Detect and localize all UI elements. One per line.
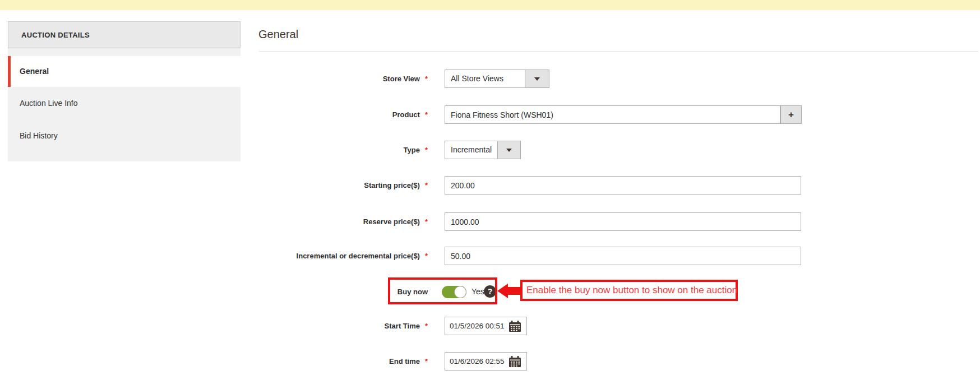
chevron-down-icon[interactable] bbox=[525, 70, 549, 87]
auction-edit-page: AUCTION DETAILS General Auction Live Inf… bbox=[0, 0, 980, 375]
reserve-price-input[interactable] bbox=[445, 212, 801, 231]
annotation-callout: Enable the buy now button to show on the… bbox=[520, 280, 738, 301]
start-time-row: Start Time* bbox=[0, 317, 980, 335]
store-view-label: Store View* bbox=[0, 70, 428, 88]
product-label: Product* bbox=[0, 105, 428, 124]
label-text: Product bbox=[392, 110, 420, 119]
calendar-icon[interactable] bbox=[509, 321, 521, 332]
sidebar-title: AUCTION DETAILS bbox=[8, 21, 241, 48]
buy-now-label: Buy now bbox=[0, 283, 428, 301]
notification-banner bbox=[0, 0, 980, 10]
required-asterisk: * bbox=[425, 110, 428, 119]
required-asterisk: * bbox=[425, 217, 428, 226]
type-row: Type* Incremental bbox=[0, 141, 980, 159]
buy-now-highlight-box bbox=[388, 277, 497, 304]
required-asterisk: * bbox=[425, 181, 428, 189]
label-text: Store View bbox=[383, 75, 420, 83]
starting-price-row: Starting price($)* bbox=[0, 176, 980, 195]
store-view-value: All Store Views bbox=[445, 70, 525, 87]
incremental-price-input[interactable] bbox=[445, 247, 801, 265]
required-asterisk: * bbox=[425, 322, 428, 330]
end-time-row: End time* bbox=[0, 352, 980, 371]
reserve-price-row: Reserve price($)* bbox=[0, 212, 980, 231]
annotation-arrow-shaft bbox=[507, 287, 521, 295]
product-input[interactable] bbox=[445, 105, 780, 124]
store-view-select[interactable]: All Store Views bbox=[445, 70, 549, 88]
chevron-down-icon[interactable] bbox=[497, 141, 520, 159]
product-row: Product* + bbox=[0, 105, 980, 124]
type-value: Incremental bbox=[445, 141, 497, 159]
label-text: Incremental or decremental price($) bbox=[297, 252, 420, 260]
add-product-button[interactable]: + bbox=[780, 105, 802, 124]
starting-price-label: Starting price($)* bbox=[0, 176, 428, 195]
type-label: Type* bbox=[0, 141, 428, 159]
required-asterisk: * bbox=[425, 75, 428, 83]
type-select[interactable]: Incremental bbox=[445, 141, 521, 159]
label-text: Reserve price($) bbox=[363, 217, 420, 226]
calendar-icon[interactable] bbox=[509, 356, 521, 367]
incremental-price-row: Incremental or decremental price($)* bbox=[0, 247, 980, 265]
page-title: General bbox=[258, 28, 298, 41]
starting-price-input[interactable] bbox=[445, 176, 801, 195]
reserve-price-label: Reserve price($)* bbox=[0, 212, 428, 231]
start-time-label: Start Time* bbox=[0, 317, 428, 335]
label-text: Starting price($) bbox=[364, 181, 420, 189]
incremental-price-label: Incremental or decremental price($)* bbox=[0, 247, 428, 265]
label-text: End time bbox=[389, 357, 420, 365]
label-text: Start Time bbox=[385, 322, 420, 330]
required-asterisk: * bbox=[425, 357, 428, 365]
required-asterisk: * bbox=[425, 146, 428, 154]
end-time-label: End time* bbox=[0, 352, 428, 371]
store-view-row: Store View* All Store Views bbox=[0, 70, 980, 88]
label-text: Type bbox=[404, 146, 420, 154]
required-asterisk: * bbox=[425, 252, 428, 260]
title-divider bbox=[258, 51, 978, 52]
